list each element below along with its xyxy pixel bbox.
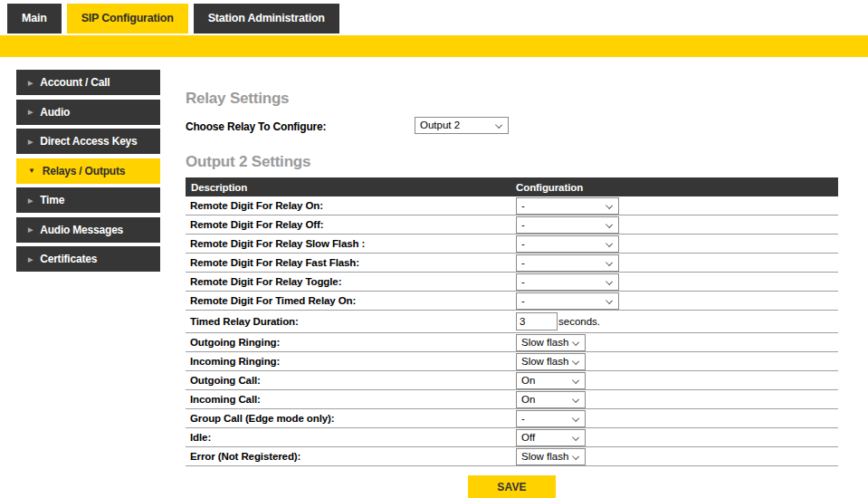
duration-input[interactable] [516, 312, 558, 330]
column-header-configuration: Configuration [516, 182, 583, 193]
chevron-down-icon [606, 258, 613, 265]
row-select-value: On [521, 375, 535, 386]
sidebar-item-direct-access-keys[interactable]: ▶Direct Access Keys [16, 129, 160, 154]
table-row: Idle:Off [186, 428, 838, 447]
sidebar-item-audio-messages[interactable]: ▶Audio Messages [16, 217, 160, 243]
row-control: - [516, 235, 619, 253]
chevron-collapsed-icon: ▶ [28, 197, 33, 204]
row-control: - [516, 273, 619, 291]
table-row: Remote Digit For Relay Toggle:- [186, 273, 838, 292]
row-select-value: Off [521, 432, 535, 443]
relay-select-value: Output 2 [420, 120, 460, 130]
row-select[interactable]: Slow flash [516, 448, 586, 465]
row-select[interactable]: Slow flash [516, 353, 586, 370]
save-button[interactable]: SAVE [468, 475, 556, 498]
row-control: Slow flash [516, 353, 586, 370]
tab-sip-configuration[interactable]: SIP Configuration [67, 4, 188, 34]
row-label: Remote Digit For Relay On: [186, 200, 516, 211]
row-control: Slow flash [516, 334, 586, 351]
table-row: Group Call (Edge mode only):- [186, 409, 838, 428]
main-content: Relay Settings Choose Relay To Configure… [186, 57, 838, 498]
chevron-expanded-icon: ▼ [28, 168, 35, 175]
subsection-title: Output 2 Settings [186, 153, 838, 171]
tab-main[interactable]: Main [7, 4, 62, 34]
top-tab-bar: MainSIP ConfigurationStation Administrat… [7, 4, 339, 34]
relay-select[interactable]: Output 2 [415, 117, 509, 134]
chevron-collapsed-icon: ▶ [28, 80, 33, 86]
row-control: - [516, 216, 619, 234]
row-label: Remote Digit For Relay Toggle: [186, 276, 516, 287]
table-body: Remote Digit For Relay On:-Remote Digit … [186, 196, 838, 466]
chevron-down-icon [572, 338, 579, 345]
row-label: Incoming Ringing: [186, 356, 516, 367]
row-control: - [516, 410, 586, 427]
chevron-down-icon [572, 452, 579, 459]
chevron-down-icon [606, 220, 613, 227]
sidebar-item-account-call[interactable]: ▶Account / Call [16, 70, 160, 95]
row-select-value: - [521, 276, 525, 287]
row-select[interactable]: - [516, 292, 619, 310]
sidebar-item-audio[interactable]: ▶Audio [16, 100, 160, 125]
chevron-down-icon [572, 357, 579, 364]
row-select[interactable]: On [516, 372, 586, 389]
chevron-down-icon [606, 277, 613, 284]
table-row: Remote Digit For Relay On:- [186, 196, 838, 215]
row-select-value: - [521, 413, 525, 424]
sidebar-nav: ▶Account / Call▶Audio▶Direct Access Keys… [16, 70, 160, 276]
row-select-value: - [521, 257, 525, 268]
sidebar-item-certificates[interactable]: ▶Certificates [16, 246, 160, 272]
table-row: Remote Digit For Relay Slow Flash :- [186, 235, 838, 254]
duration-suffix: seconds. [558, 316, 600, 327]
sidebar-item-label: Account / Call [40, 76, 110, 89]
row-select-value: - [521, 238, 525, 249]
settings-table: Description Configuration Remote Digit F… [186, 177, 838, 466]
row-select[interactable]: - [516, 273, 619, 291]
row-select[interactable]: Off [516, 429, 586, 446]
row-control: - [516, 292, 619, 310]
row-control: Slow flash [516, 448, 586, 465]
row-control: - [516, 197, 619, 215]
row-select[interactable]: - [516, 197, 619, 215]
row-select[interactable]: On [516, 391, 586, 408]
row-label: Error (Not Registered): [186, 451, 516, 462]
sidebar-item-label: Relays / Outputs [43, 165, 126, 177]
row-label: Group Call (Edge mode only): [186, 413, 516, 424]
table-row: Outgoing Call:On [186, 371, 838, 390]
chevron-down-icon [572, 376, 579, 383]
table-row: Error (Not Registered):Slow flash [186, 447, 838, 466]
row-label: Outgoing Ringing: [186, 337, 516, 348]
row-control: - [516, 254, 619, 272]
chevron-down-icon [572, 414, 579, 421]
row-select[interactable]: Slow flash [516, 334, 586, 351]
row-label: Incoming Call: [186, 394, 516, 405]
row-control: seconds. [516, 312, 600, 330]
row-select-value: On [521, 394, 535, 405]
chevron-collapsed-icon: ▶ [28, 139, 33, 145]
row-select[interactable]: - [516, 216, 619, 234]
sidebar-item-relays-outputs[interactable]: ▼Relays / Outputs [16, 158, 160, 184]
row-control: On [516, 372, 586, 389]
sidebar-item-time[interactable]: ▶Time [16, 187, 160, 213]
chevron-down-icon [495, 121, 502, 129]
row-select[interactable]: - [516, 410, 586, 427]
sidebar-item-label: Audio Messages [40, 224, 123, 236]
choose-relay-row: Choose Relay To Configure: Output 2 [186, 118, 838, 134]
row-label: Remote Digit For Relay Slow Flash : [186, 238, 516, 249]
row-select[interactable]: - [516, 235, 619, 253]
row-select-value: - [521, 295, 525, 306]
row-control: Off [516, 429, 586, 446]
row-select-value: Slow flash [521, 356, 568, 367]
row-label: Timed Relay Duration: [186, 316, 516, 327]
table-row: Incoming Call:On [186, 390, 838, 409]
table-row: Remote Digit For Timed Relay On:- [186, 292, 838, 311]
chevron-down-icon [606, 296, 613, 303]
table-row: Remote Digit For Relay Off:- [186, 215, 838, 235]
row-label: Remote Digit For Relay Fast Flash: [186, 257, 516, 268]
row-select-value: - [521, 219, 525, 230]
row-select-value: Slow flash [521, 337, 568, 348]
row-select[interactable]: - [516, 254, 619, 272]
tab-station-administration[interactable]: Station Administration [194, 4, 339, 34]
chevron-down-icon [606, 239, 613, 246]
row-label: Outgoing Call: [186, 375, 516, 386]
table-header-row: Description Configuration [186, 177, 838, 196]
